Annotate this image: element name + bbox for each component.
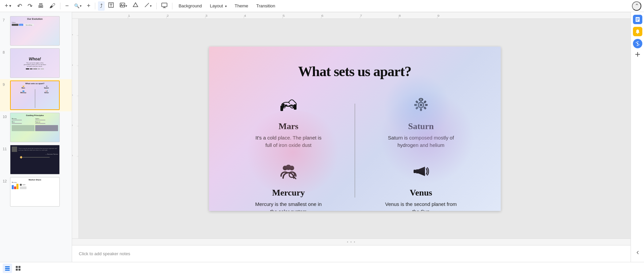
notes-area[interactable]: Click to add speaker notes (72, 245, 631, 262)
svg-text:8: 8 (398, 14, 401, 17)
slide-number-9: 9 (3, 83, 8, 87)
svg-rect-42 (280, 106, 283, 111)
svg-point-70 (637, 43, 638, 44)
svg-text:3: 3 (72, 94, 73, 96)
slide-10-images (10, 124, 59, 132)
line-tool-button[interactable]: ▾ (142, 1, 154, 11)
slide-number-12: 12 (3, 179, 8, 183)
collapse-button[interactable]: ⌃ (632, 1, 641, 11)
zoom-level-button[interactable]: 🔍 ▾ (72, 1, 84, 11)
editor-area: 1 2 3 4 5 6 7 8 9 (72, 12, 631, 262)
layout-dropdown-icon: ▾ (225, 4, 227, 8)
copy-format-button[interactable]: 🖌 (47, 1, 57, 11)
transition-menu-btn[interactable]: Transition (253, 1, 279, 11)
select-tool-button[interactable]: ⤴ (98, 1, 105, 11)
present-button[interactable] (159, 1, 169, 11)
google-slides-icon (633, 15, 642, 24)
slide-9-divider (35, 89, 35, 108)
slide-thumb-12: Market Share Mercury Jupiter (10, 177, 60, 207)
zoom-in-button[interactable]: + (85, 1, 93, 11)
svg-text:2: 2 (72, 64, 73, 66)
svg-rect-66 (636, 20, 638, 21)
bg-blob-blue (383, 73, 450, 141)
text-tool-button[interactable] (106, 1, 116, 11)
slide-item-12[interactable]: 12 Market Share Mercury (0, 176, 72, 208)
zoom-in-icon: + (87, 2, 91, 9)
zoom-out-icon: − (65, 2, 69, 9)
main-toolbar: + ▼ ↶ ↷ 🖶 🖌 − 🔍 ▾ + ⤴ ▾ (0, 0, 644, 12)
svg-text:1: 1 (128, 14, 130, 17)
svg-rect-30 (72, 19, 79, 220)
svg-text:7: 7 (360, 14, 362, 17)
image-dropdown-icon: ▾ (125, 4, 127, 8)
slide-thumb-11: This is a quote words full of wisdom tha… (10, 145, 60, 174)
svg-rect-65 (636, 19, 639, 20)
print-button[interactable]: 🖶 (36, 1, 46, 11)
ruler-horizontal: 1 2 3 4 5 6 7 8 9 (72, 12, 631, 19)
slide-item-8[interactable]: 8 Whoa! This can be the tagline of thepr… (0, 47, 72, 79)
svg-rect-79 (18, 269, 20, 271)
svg-rect-3 (120, 3, 125, 7)
slide-8-title: Whoa! (29, 57, 41, 61)
slide-12-content: Mercury Jupiter (10, 181, 59, 189)
slide-main-title[interactable]: What sets us apart? (209, 47, 501, 86)
zoom-dropdown-icon: ▾ (80, 4, 82, 8)
svg-rect-74 (5, 268, 10, 269)
notification-icon[interactable] (633, 27, 642, 36)
drag-dots: • • • (347, 240, 356, 244)
add-icon: + (5, 2, 8, 9)
svg-rect-77 (18, 266, 20, 268)
slide-7-title: Our Evolution (10, 16, 59, 21)
bg-blob-pink (243, 110, 343, 194)
image-tool-button[interactable]: ▾ (117, 1, 129, 11)
cursor-icon: ⤴ (100, 3, 103, 9)
slide-number-11: 11 (3, 147, 8, 151)
explore-icon[interactable] (633, 39, 642, 48)
shape-tool-button[interactable] (130, 1, 141, 11)
slide-thumb-9: What sets us apart? 🤝 Mars ⚙ Saturn 👥 (10, 80, 60, 110)
slide-9-mercury: 👥 Mercury (12, 90, 35, 94)
slide-number-8: 8 (3, 50, 8, 54)
text-box-icon (108, 2, 114, 10)
add-side-button[interactable] (634, 51, 641, 59)
slide-item-10[interactable]: 10 Guiding Principles Mercury Jupiter Ma… (0, 111, 72, 144)
add-dropdown-icon: ▼ (9, 4, 12, 8)
slide-12-title: Market Share (10, 177, 59, 181)
slide-item-11[interactable]: 11 This is a quote words full of wisdom … (0, 144, 72, 176)
redo-button[interactable]: ↷ (25, 1, 35, 11)
slide-thumb-7: Our Evolution Saturn 2020 Something (10, 16, 60, 46)
venus-title: Venus (410, 188, 432, 198)
notes-drag-handle[interactable]: • • • (72, 238, 631, 245)
image-icon (119, 2, 125, 10)
slide-item-7[interactable]: 7 Our Evolution Saturn 2020 Something (0, 15, 72, 47)
expand-panel-button[interactable] (635, 250, 640, 259)
add-button[interactable]: + ▼ (3, 1, 14, 11)
grid-view-button[interactable] (13, 264, 23, 273)
shape-icon (132, 2, 139, 10)
slide-thumb-10: Guiding Principles Mercury Jupiter Mars … (10, 113, 60, 142)
svg-text:9: 9 (437, 14, 440, 17)
ruler-vertical: 1 2 3 4 5 (72, 19, 79, 238)
layout-menu-btn[interactable]: Layout ▾ (207, 1, 230, 11)
slide-number-7: 7 (3, 18, 8, 22)
main-layout: 7 Our Evolution Saturn 2020 Something 8 … (0, 12, 644, 262)
canvas-area: 1 2 3 4 5 (72, 19, 631, 238)
svg-point-67 (637, 33, 638, 34)
svg-rect-78 (16, 269, 18, 271)
slide-canvas-scroll[interactable]: What sets us apart? (79, 19, 631, 238)
svg-line-6 (145, 3, 149, 7)
slide-item-9[interactable]: 9 What sets us apart? 🤝 Mars ⚙ Saturn (0, 79, 72, 111)
main-slide: What sets us apart? (209, 47, 501, 211)
background-menu-btn[interactable]: Background (175, 1, 205, 11)
list-view-button[interactable] (3, 264, 12, 273)
undo-button[interactable]: ↶ (15, 1, 24, 11)
svg-rect-76 (16, 266, 18, 268)
svg-rect-64 (636, 18, 639, 19)
svg-text:5: 5 (283, 14, 285, 17)
sep-3 (156, 3, 157, 9)
theme-menu-btn[interactable]: Theme (231, 1, 252, 11)
slide-10-content: Mercury Jupiter Mars Neptune (10, 117, 59, 124)
zoom-out-button[interactable]: − (63, 1, 71, 11)
redo-icon: ↷ (28, 2, 33, 10)
right-sidebar (631, 12, 644, 262)
